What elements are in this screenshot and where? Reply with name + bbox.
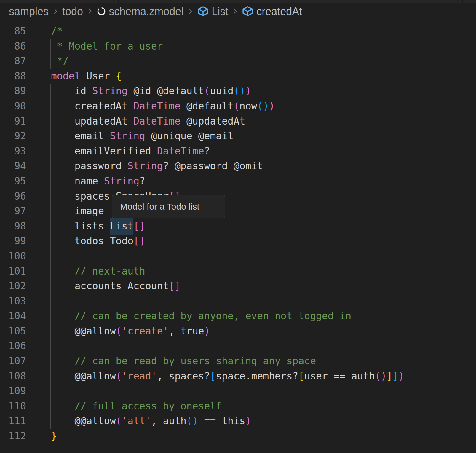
line-number: 110	[0, 399, 26, 414]
code-line[interactable]: 89 id String @id @default(uuid())	[0, 84, 476, 99]
breadcrumb-separator	[52, 7, 59, 15]
word-highlight: List	[110, 218, 133, 235]
code-line[interactable]: 92 email String @unique @email	[0, 129, 476, 144]
code-line[interactable]: 90 createdAt DateTime @default(now())	[0, 99, 476, 114]
loading-icon	[97, 7, 106, 16]
code-line-content: // can be read by users sharing any spac…	[51, 354, 316, 369]
chevron-right-icon	[186, 7, 194, 15]
tab-separator	[462, 0, 463, 3]
code-line[interactable]: 107 // can be read by users sharing any …	[0, 354, 476, 369]
line-number: 108	[0, 369, 26, 384]
code-line-content: * Model for a user	[51, 39, 163, 54]
line-number: 111	[0, 414, 26, 429]
class-symbol-icon	[242, 6, 254, 17]
code-line[interactable]: 101 // next-auth	[0, 264, 476, 279]
line-number: 101	[0, 264, 26, 279]
code-line[interactable]: 100	[0, 249, 476, 264]
line-number: 88	[0, 69, 26, 84]
code-line[interactable]: 103	[0, 294, 476, 309]
line-number: 107	[0, 354, 26, 369]
line-number: 87	[0, 54, 26, 69]
line-number: 112	[0, 429, 26, 444]
tab-separator	[261, 0, 261, 3]
line-number: 103	[0, 294, 26, 309]
code-line-content: */	[51, 54, 69, 69]
code-line[interactable]: 97 image	[0, 204, 476, 219]
breadcrumb-item-createdat[interactable]: createdAt	[242, 6, 302, 17]
code-line-content: name String?	[51, 174, 145, 189]
chevron-right-icon	[231, 7, 239, 15]
code-line[interactable]: 91 updatedAt DateTime @updatedAt	[0, 114, 476, 129]
code-line[interactable]: 111 @@allow('all', auth() == this)	[0, 414, 476, 429]
code-line[interactable]: 110 // full access by oneself	[0, 399, 476, 414]
class-symbol-icon	[197, 6, 209, 17]
line-number: 100	[0, 249, 26, 264]
code-line-content: image	[51, 204, 104, 219]
code-line[interactable]: 88model User {	[0, 69, 476, 84]
code-line[interactable]: 106	[0, 339, 476, 354]
code-line[interactable]: 85/*	[0, 24, 476, 39]
code-line[interactable]: 87 */	[0, 54, 476, 69]
code-line-content: }	[51, 429, 57, 444]
breadcrumb-item-todo[interactable]: todo	[62, 6, 83, 17]
code-line[interactable]: 105 @@allow('create', true)	[0, 324, 476, 339]
line-number: 109	[0, 384, 26, 399]
code-line-content: accounts Account[]	[51, 279, 181, 294]
code-line-content: email String @unique @email	[51, 129, 234, 144]
line-number: 93	[0, 144, 26, 159]
code-line-content: id String @id @default(uuid())	[51, 84, 251, 99]
code-line-content: lists List[]	[51, 219, 145, 234]
code-line[interactable]: 99 todos Todo[]	[0, 234, 476, 249]
indent-guide	[50, 39, 51, 69]
code-line-content: createdAt DateTime @default(now())	[51, 99, 275, 114]
line-number: 89	[0, 84, 26, 99]
breadcrumb-label: samples	[9, 6, 49, 17]
code-line[interactable]: 104 // can be created by anyone, even no…	[0, 309, 476, 324]
line-number: 95	[0, 174, 26, 189]
code-line[interactable]: 86 * Model for a user	[0, 39, 476, 54]
hover-tooltip-text: Model for a Todo list	[120, 202, 199, 212]
line-number: 91	[0, 114, 26, 129]
indent-guide	[50, 84, 51, 429]
line-number: 94	[0, 159, 26, 174]
code-line-content: password String? @password @omit	[51, 159, 263, 174]
breadcrumb-label: todo	[62, 6, 83, 17]
breadcrumb: samplestodoschema.zmodelListcreatedAt	[0, 3, 476, 20]
code-line-content: @@allow('read', spaces?[space.members?[u…	[51, 369, 404, 384]
code-line[interactable]: 108 @@allow('read', spaces?[space.member…	[0, 369, 476, 384]
line-number: 97	[0, 204, 26, 219]
breadcrumb-item-list[interactable]: List	[197, 6, 228, 17]
line-number: 85	[0, 24, 26, 39]
code-line-content: // next-auth	[51, 264, 145, 279]
code-line[interactable]: 95 name String?	[0, 174, 476, 189]
code-line-content: @@allow('all', auth() == this)	[51, 414, 251, 429]
code-line-content: model User {	[51, 69, 122, 84]
breadcrumb-separator	[186, 7, 194, 15]
line-number: 104	[0, 309, 26, 324]
tab-separator	[118, 0, 119, 3]
code-line-content: updatedAt DateTime @updatedAt	[51, 114, 245, 129]
code-line[interactable]: 98 lists List[]	[0, 219, 476, 234]
code-line[interactable]: 109	[0, 384, 476, 399]
line-number: 99	[0, 234, 26, 249]
breadcrumb-label: List	[212, 6, 228, 17]
line-number: 86	[0, 39, 26, 54]
code-lines: 85/*86 * Model for a user87 */88model Us…	[0, 24, 476, 444]
hover-tooltip: Model for a Todo list	[112, 195, 225, 218]
line-number: 106	[0, 339, 26, 354]
line-number: 92	[0, 129, 26, 144]
tab-bar[interactable]	[0, 0, 476, 3]
code-line-content: emailVerified DateTime?	[51, 144, 210, 159]
code-line[interactable]: 94 password String? @password @omit	[0, 159, 476, 174]
code-line[interactable]: 112}	[0, 429, 476, 444]
code-line-content: // can be created by anyone, even not lo…	[51, 309, 351, 324]
code-line[interactable]: 96 spaces SpaceUser[]	[0, 189, 476, 204]
code-editor[interactable]: 85/*86 * Model for a user87 */88model Us…	[0, 20, 476, 453]
breadcrumb-item-schema-zmodel[interactable]: schema.zmodel	[97, 6, 183, 17]
code-line[interactable]: 102 accounts Account[]	[0, 279, 476, 294]
line-number: 90	[0, 99, 26, 114]
breadcrumb-separator	[86, 7, 94, 15]
code-line[interactable]: 93 emailVerified DateTime?	[0, 144, 476, 159]
breadcrumb-item-samples[interactable]: samples	[9, 6, 49, 17]
breadcrumb-label: createdAt	[256, 6, 302, 17]
